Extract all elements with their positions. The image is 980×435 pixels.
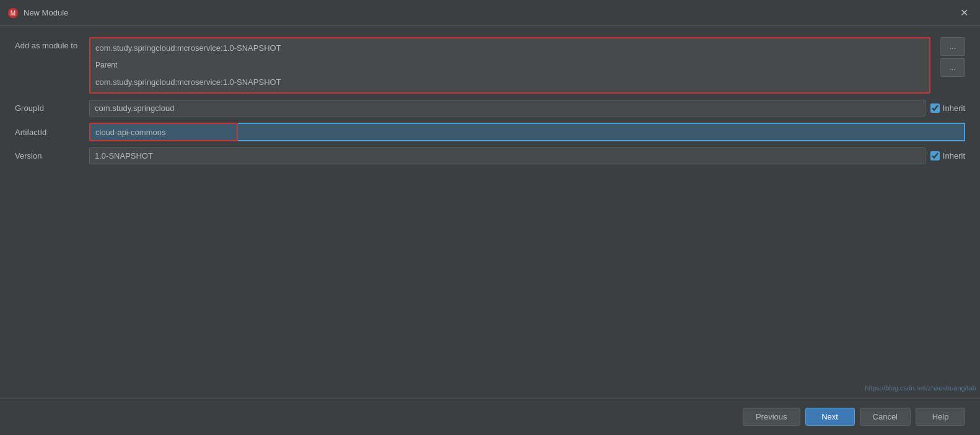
artifact-id-blue-extension: [238, 123, 965, 141]
dialog-title: New Module: [24, 8, 955, 17]
version-input[interactable]: [89, 147, 925, 164]
new-module-dialog: M New Module ✕ Add as module to com.stud…: [0, 0, 980, 435]
version-inherit-area: Inherit: [930, 151, 965, 160]
svg-text:M: M: [11, 10, 15, 17]
version-row: Version Inherit: [15, 147, 965, 164]
artifact-id-row: ArtifactId: [15, 123, 965, 141]
add-as-module-value: com.study.springcloud:mcroservice:1.0-SN…: [94, 40, 925, 57]
group-id-inherit-area: Inherit: [930, 103, 965, 113]
group-id-inherit-label: Inherit: [943, 103, 965, 113]
version-label: Version: [15, 151, 89, 160]
group-id-control: [89, 100, 925, 116]
dialog-content: Add as module to com.study.springcloud:m…: [0, 26, 980, 398]
app-icon: M: [7, 7, 19, 19]
parent-browse-button[interactable]: ...: [940, 58, 965, 77]
group-id-inherit-checkbox[interactable]: [930, 103, 940, 113]
group-id-label: GroupId: [15, 103, 89, 113]
close-button[interactable]: ✕: [955, 4, 973, 22]
artifact-id-label: ArtifactId: [15, 128, 89, 137]
parent-inline-label: Parent: [95, 61, 117, 69]
add-as-module-row: Add as module to com.study.springcloud:m…: [15, 37, 965, 94]
title-bar: M New Module ✕: [0, 0, 980, 26]
cancel-button[interactable]: Cancel: [860, 408, 911, 426]
artifact-id-input[interactable]: [89, 123, 238, 141]
version-inherit-checkbox[interactable]: [930, 151, 940, 160]
previous-button[interactable]: Previous: [743, 408, 800, 426]
group-id-input[interactable]: [89, 100, 925, 116]
version-control: [89, 147, 925, 164]
parent-label-inline: Parent: [94, 57, 925, 74]
help-button[interactable]: Help: [916, 408, 965, 426]
next-button[interactable]: Next: [805, 408, 855, 426]
group-id-row: GroupId Inherit: [15, 100, 965, 116]
version-inherit-label: Inherit: [943, 151, 965, 160]
add-as-module-label: Add as module to: [15, 37, 89, 50]
watermark: https://blog.csdn.net/zhaoshuang/tab: [861, 383, 980, 393]
add-as-module-control: com.study.springcloud:mcroservice:1.0-SN…: [89, 37, 930, 94]
artifact-id-control: [89, 123, 965, 141]
module-parent-group: com.study.springcloud:mcroservice:1.0-SN…: [89, 37, 930, 94]
parent-value: com.study.springcloud:mcroservice:1.0-SN…: [94, 74, 925, 91]
bottom-bar: Previous Next Cancel Help: [0, 398, 980, 435]
add-as-module-browse-button[interactable]: ...: [940, 37, 965, 56]
